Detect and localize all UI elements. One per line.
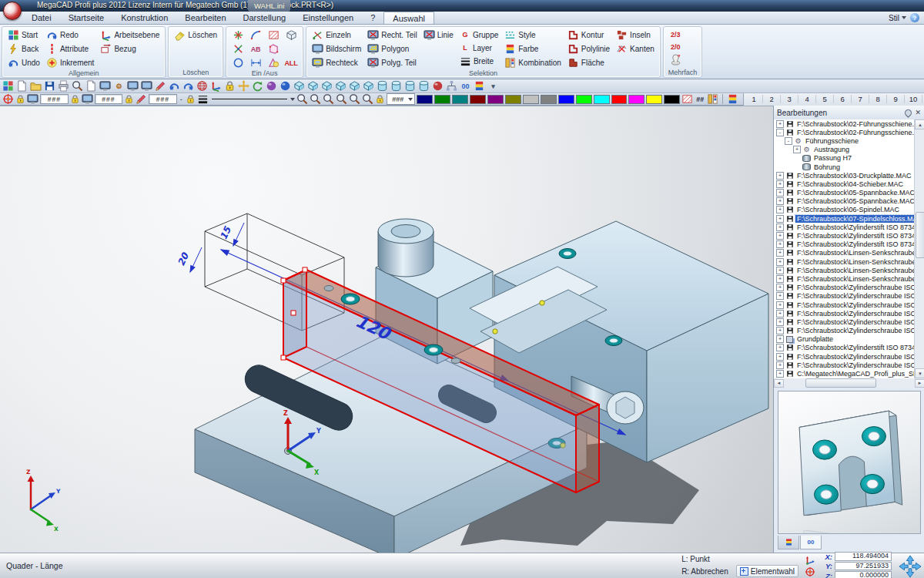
toolbar-button-kopie[interactable] [85,80,98,92]
ribbon-button-flaechen-ein-aus[interactable] [265,56,282,69]
color-swatch-13[interactable] [628,95,644,104]
tree-item-1[interactable]: +F:\Schraubstock\02-Führungsschiene.MAC [774,119,914,128]
toolbar-button-fenster-1[interactable] [126,80,139,92]
toolbar-button-kugel[interactable] [265,80,278,92]
tree-item-21[interactable]: +F:\Schraubstock\Zylinderschraube ISO 47… [774,292,914,301]
lock-button-sperre-breite[interactable] [186,94,196,105]
toolbar-button-drehen[interactable] [251,80,264,92]
ribbon-button-punkte-ein-aus[interactable] [229,29,246,42]
ribbon-button-recht-teil[interactable]: Recht. Teil [365,29,420,42]
page-number-7[interactable]: 7 [852,95,869,103]
color-swatch-2[interactable] [434,95,450,104]
page-number-9[interactable]: 9 [887,95,905,103]
toolbar-button-welt[interactable] [279,80,292,92]
toolbar-button-zoom-vorher[interactable] [323,94,334,105]
page-number-2[interactable]: 2 [763,95,781,103]
toolbar-button-undo[interactable] [168,80,181,92]
expand-icon[interactable]: + [776,189,784,197]
page-number-3[interactable]: 3 [781,95,798,103]
ribbon-button-boegen-ein-aus[interactable] [247,29,264,42]
toolbar-button-arbeitsebene[interactable] [209,80,223,92]
ribbon-button-löschen[interactable]: Löschen [172,29,219,42]
expand-icon[interactable]: + [776,335,784,343]
tree-item-6[interactable]: Bohrung [774,163,914,171]
ribbon-button-breite[interactable]: Breite [457,55,500,68]
ribbon-button-kombination[interactable]: Kombination [502,56,564,69]
tree-item-3[interactable]: -⚙Führungsschiene [774,136,914,145]
ribbon-button-konturen-ein-aus[interactable] [265,42,282,55]
tree-item-23[interactable]: +F:\Schraubstock\Zylinderschraube ISO 47… [774,309,914,318]
scroll-left-icon[interactable]: ◄ [774,379,784,388]
toolbar-button-material[interactable] [431,80,444,92]
toolbar-button-zylinder-4[interactable] [417,80,430,92]
expand-icon[interactable]: + [776,284,784,291]
toolbar-button-struktur[interactable] [445,80,458,92]
menu-item-[interactable]: ? [362,12,383,24]
tree-item-20[interactable]: +F:\Schraubstock\Zylinderschraube ISO 47… [774,284,914,292]
ribbon-button-arbeitsebene[interactable]: Arbeitsebene [98,29,162,42]
lock-button-sperre-gruppe[interactable] [70,94,80,105]
color-swatch-9[interactable] [558,95,574,104]
page-number-1[interactable]: 1 [745,95,763,103]
tree-item-27[interactable]: +F:\Schraubstock\Zylinderstift ISO 8734 … [774,344,914,352]
tree-item-25[interactable]: +F:\Schraubstock\Zylinderschraube ISO 47… [774,327,914,335]
menu-item-darstellung[interactable]: Darstellung [235,12,295,24]
z-coordinate-field[interactable]: 0.000000 [835,571,892,578]
ribbon-button-bemassung-ein-aus[interactable] [247,56,264,69]
toolbar-button-stift-rot[interactable] [154,80,167,92]
menu-item-einstellungen[interactable]: Einstellungen [294,12,362,24]
tree-item-14[interactable]: +F:\Schraubstock\Zylinderstift ISO 8734 … [774,231,914,240]
line-style-preview[interactable] [212,99,288,99]
expand-icon[interactable]: + [793,146,801,153]
toolbar-button-zoom-fenster[interactable] [296,94,308,105]
tree-item-18[interactable]: +F:\Schraubstock\Linsen-Senkschraube ISO… [774,266,914,274]
color-swatch-7[interactable] [523,95,539,104]
color-swatch-1[interactable] [417,95,433,104]
select-farb-auswahl[interactable]: ### [387,93,415,105]
expand-icon[interactable]: + [776,240,784,248]
tree-item-11[interactable]: +F:\Schraubstock\06-Spindel.MAC [774,206,914,214]
toolbar-button-zoom-minus[interactable] [349,94,360,105]
expand-icon[interactable]: + [776,180,784,188]
tree-item-7[interactable]: +F:\Schraubstock\03-Druckplatte.MAC [774,171,914,180]
ribbon-button-back[interactable]: Back [5,42,42,55]
ribbon-button-polylinie[interactable]: Polylinie [565,42,612,55]
toolbar-button-redo[interactable] [182,80,195,92]
expand-icon[interactable]: + [776,275,784,283]
ribbon-button-inkrement[interactable]: Inkrement [44,56,96,69]
tree-item-4[interactable]: +⚙Austragung [774,146,914,154]
scroll-right-icon[interactable]: ► [915,379,924,388]
toolbar-button-suchen[interactable]: 00 [459,80,472,92]
toolbar-button-drucken[interactable] [57,80,70,92]
toolbar-button-ansicht-oben[interactable] [306,80,320,92]
toolbar-button-linienbreite[interactable] [197,94,209,105]
expand-icon[interactable]: + [776,318,784,326]
ribbon-button-kontur[interactable]: Kontur [565,29,612,42]
y-coordinate-field[interactable]: 97.251933 [835,562,892,571]
lock-button-sperre-stift[interactable] [124,94,134,105]
toolbar-button-fangpunkt[interactable] [2,94,14,105]
ribbon-button-farbe[interactable]: Farbe [502,42,564,55]
color-swatch-4[interactable] [470,95,486,104]
ribbon-button-schraffur-ein-aus[interactable] [265,29,282,42]
color-swatch-10[interactable] [576,95,592,104]
expand-icon[interactable]: + [776,206,784,213]
tree-item-9[interactable]: +F:\Schraubstock\05-Spannbacke.MAC [774,189,914,197]
expand-icon[interactable]: + [776,310,784,318]
page-number-6[interactable]: 6 [834,95,852,103]
expand-icon[interactable]: + [776,353,784,361]
expand-icon[interactable]: + [776,223,784,231]
toolbar-button-layer-bildschirm[interactable] [27,94,38,105]
ribbon-button-bezug[interactable]: Bezug [98,42,162,55]
ribbon-button-bildschirm[interactable]: Bildschirm [310,42,363,55]
ribbon-button-mehrfach-selektion-1[interactable]: 2/3 [670,29,681,40]
color-swatch-14[interactable] [646,95,662,104]
toolbar-button-stift[interactable] [136,94,147,105]
toolbar-button-speichern[interactable] [43,80,56,92]
ribbon-button-linie[interactable]: Linie [421,29,456,42]
toolbar-button-sperren[interactable] [223,80,236,92]
field-layer-wert[interactable]: ### [40,94,69,104]
color-swatch-15[interactable] [664,95,680,104]
ribbon-button-polyg-teil[interactable]: Polyg. Teil [365,56,420,69]
toolbar-button-muster[interactable] [681,94,693,105]
